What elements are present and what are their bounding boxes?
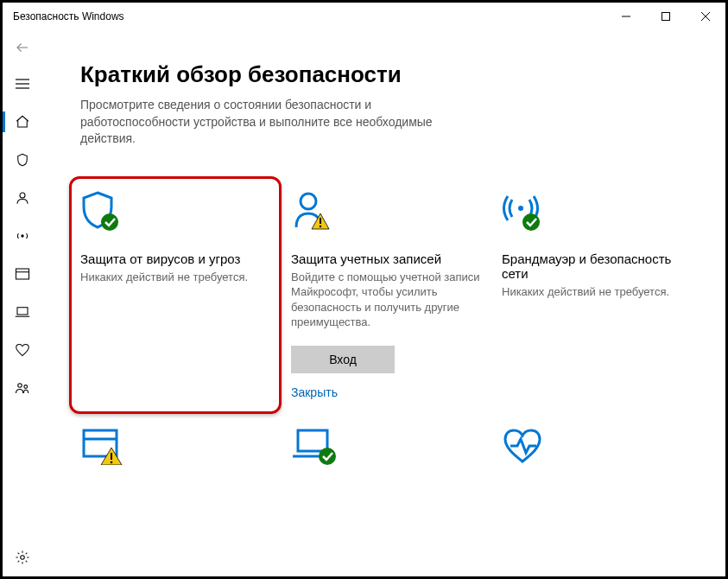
sidebar-item-account[interactable]: [3, 179, 42, 217]
dismiss-link[interactable]: Закрыть: [291, 385, 481, 399]
svg-rect-10: [16, 269, 29, 279]
signin-button[interactable]: Вход: [291, 346, 395, 373]
svg-point-8: [20, 193, 25, 198]
sidebar: [3, 30, 42, 576]
tile-subtitle: Войдите с помощью учетной записи Майкрос…: [291, 270, 481, 330]
svg-point-16: [21, 556, 25, 560]
svg-rect-27: [298, 430, 327, 451]
tile-virus-protection[interactable]: Защита от вирусов и угроз Никаких действ…: [69, 176, 282, 414]
menu-button[interactable]: [3, 65, 42, 103]
svg-point-17: [101, 213, 118, 231]
svg-rect-12: [17, 308, 28, 315]
back-button[interactable]: [3, 30, 42, 65]
svg-point-14: [18, 384, 22, 388]
page-description: Просмотрите сведения о состоянии безопас…: [80, 97, 443, 148]
person-warn-icon: [291, 186, 481, 232]
heart-icon: [15, 343, 30, 357]
titlebar: Безопасность Windows: [3, 3, 725, 30]
svg-point-21: [518, 206, 523, 211]
svg-point-15: [24, 385, 28, 389]
close-button[interactable]: [686, 3, 725, 30]
app-warn-icon: [80, 427, 125, 465]
shield-check-icon: [80, 186, 270, 232]
gear-icon: [15, 550, 30, 565]
network-icon: [15, 228, 30, 244]
tile-title: Брандмауэр и безопасность сети: [502, 251, 692, 281]
maximize-button[interactable]: [646, 3, 686, 30]
tile-title: Защита от вирусов и угроз: [80, 251, 270, 266]
sidebar-item-device[interactable]: [3, 293, 42, 331]
tile-title: Защита учетных записей: [291, 251, 481, 266]
minimize-button[interactable]: [606, 3, 646, 30]
main-content: Краткий обзор безопасности Просмотрите с…: [42, 30, 725, 576]
tile-firewall[interactable]: Брандмауэр и безопасность сети Никаких д…: [502, 186, 692, 399]
sidebar-item-home[interactable]: [3, 103, 42, 141]
sidebar-item-family[interactable]: [3, 369, 42, 407]
sidebar-item-firewall[interactable]: [3, 217, 42, 255]
family-icon: [15, 381, 30, 395]
window-title: Безопасность Windows: [13, 10, 124, 22]
sidebar-item-appbrowser[interactable]: [3, 255, 42, 293]
svg-rect-1: [662, 13, 670, 21]
svg-point-29: [319, 448, 336, 465]
svg-point-18: [301, 194, 316, 209]
sidebar-item-health[interactable]: [3, 331, 42, 369]
network-check-icon: [502, 186, 692, 232]
laptop-check-icon: [291, 427, 339, 465]
tile-subtitle: Никаких действий не требуется.: [80, 270, 270, 285]
laptop-icon: [15, 306, 30, 318]
sidebar-item-virus[interactable]: [3, 141, 42, 179]
tile-app-browser[interactable]: [80, 427, 270, 465]
svg-point-9: [22, 235, 23, 237]
svg-point-26: [111, 461, 113, 464]
tile-subtitle: Никаких действий не требуется.: [502, 284, 692, 300]
svg-point-22: [522, 213, 540, 231]
person-icon: [15, 190, 30, 206]
shield-icon: [15, 152, 30, 168]
home-icon: [15, 114, 30, 130]
svg-point-20: [320, 225, 322, 227]
tile-account-protection[interactable]: Защита учетных записей Войдите с помощью…: [291, 186, 481, 399]
page-title: Краткий обзор безопасности: [80, 61, 708, 88]
heart-pulse-icon: [502, 427, 547, 465]
tile-device-health[interactable]: [502, 427, 692, 465]
app-icon: [15, 267, 30, 281]
sidebar-item-settings[interactable]: [3, 538, 42, 576]
tile-device-security[interactable]: [291, 427, 481, 465]
